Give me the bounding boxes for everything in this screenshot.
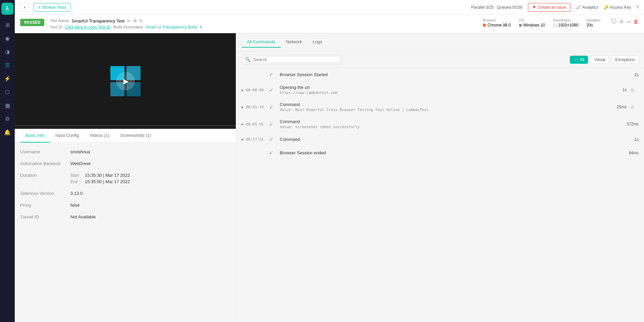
share-action-icon[interactable]: ⤨	[619, 18, 624, 25]
issue-icon: ⚑	[532, 5, 536, 10]
cmd-name-0: Browser Session Started	[280, 72, 614, 77]
cmd-name-4: Command	[280, 137, 614, 142]
two-panel: Basic Info Input Config Videos (1) Scree…	[15, 33, 644, 322]
topbar: ‹ ≡ Browse Tests Parallel 0/25 Queued 0/…	[15, 0, 644, 15]
refresh-icon[interactable]: ↻	[139, 18, 143, 23]
sidebar-icon-realdevice[interactable]: ▦	[1, 99, 13, 111]
cmd-name-5: Browser Session ended	[280, 150, 614, 155]
test-info: Test Name SmartUI Transparency Test ✏ ⧉ …	[50, 18, 477, 30]
search-input[interactable]	[253, 57, 338, 62]
cmd-name-3: Command Value: screenshot taken successf…	[280, 119, 614, 129]
cmd-duration-3: 372ms	[619, 122, 639, 126]
search-box[interactable]: 🔍	[241, 55, 342, 64]
browse-tests-label: Browse Tests	[42, 5, 66, 10]
cmd-expand-icon-2[interactable]: ⊞	[631, 105, 639, 110]
test-meta: Browser Chrome 98.0 OS ⊞ Windows 10 Reso…	[483, 18, 600, 28]
browse-tests-button[interactable]: ≡ Browse Tests	[34, 3, 70, 12]
duration-details: Start 15:35:30 | Mar 17 2022 End 15:35:5…	[70, 173, 130, 184]
topbar-right: Parallel 0/25 Queued 0/150 ⚑ Create an i…	[471, 3, 639, 12]
parallel-label: Parallel	[471, 5, 485, 10]
share2-action-icon[interactable]: ⤻	[626, 18, 631, 25]
tab-screenshots[interactable]: Screenshots (1)	[115, 129, 156, 143]
commands-list: ✓ Browser Session Started 2s ▶ 00:00:00 …	[236, 68, 644, 322]
sidebar-icon-analytics[interactable]: ◑	[1, 46, 13, 58]
logo[interactable]: λ	[1, 3, 13, 15]
cmd-title-5: Browser Session ended	[280, 150, 614, 155]
browser-label: Browser	[483, 18, 511, 22]
cmd-duration-1: 1s	[606, 88, 627, 92]
refresh-icon-2[interactable]: ↻	[200, 25, 203, 30]
start-label: Start	[70, 173, 82, 178]
sidebar: λ ⊞ ◉ ◑ ☰ ⚡ ⬡ ▦ ⚙ 🔔	[0, 0, 15, 322]
sidebar-icon-integration[interactable]: ⬡	[1, 86, 13, 98]
cmd-title-2: Command	[280, 102, 602, 107]
command-row: ▶ 00:01:79 ✓ Command Value: Most Powerfu…	[236, 99, 644, 116]
filter-exceptions-button[interactable]: Exceptions	[611, 56, 639, 64]
cmd-title-3: Command	[280, 119, 614, 124]
cmd-duration-5: 84ms	[619, 151, 639, 155]
cmd-title-0: Browser Session Started	[280, 72, 614, 77]
filter-all-button[interactable]: All	[570, 56, 588, 64]
duration-label: Duration	[586, 18, 600, 22]
visual-label: Visual	[594, 57, 605, 62]
cmd-expand-icon-1[interactable]: ⊞	[631, 88, 639, 93]
tab-input-config[interactable]: Input Config	[50, 129, 84, 143]
end-value: 15:35:50 | Mar 17 2022	[85, 179, 130, 184]
tab-all-commands[interactable]: All Commands	[241, 37, 281, 48]
duration-row: Duration Start 15:35:30 | Mar 17 2022 En…	[20, 173, 230, 184]
selenium-value: 3.13.0	[70, 191, 83, 196]
build-label: Build Associated	[113, 25, 143, 30]
all-label: All	[580, 57, 584, 62]
windows-icon: ⊞	[519, 23, 522, 28]
cmd-subtitle-3: Value: screenshot taken successfully	[280, 125, 614, 129]
delete-action-icon[interactable]: 🗑	[633, 19, 639, 25]
back-button[interactable]: ‹	[20, 3, 30, 12]
info-action-icon[interactable]: ⓘ	[611, 18, 616, 25]
cmd-title-4: Command	[280, 137, 614, 142]
duration-meta: Duration 20s	[586, 18, 600, 28]
sidebar-icon-automation[interactable]: ☰	[1, 59, 13, 71]
sidebar-icon-settings[interactable]: ⚙	[1, 113, 13, 125]
test-name-label: Test Name	[50, 18, 69, 23]
sidebar-icon-alerts[interactable]: 🔔	[1, 126, 13, 138]
tab-videos[interactable]: Videos (1)	[84, 129, 115, 143]
test-header: PASSED Test Name SmartUI Transparency Te…	[15, 15, 644, 33]
test-id-row: Test ID Click here to copy Test ID Build…	[50, 25, 477, 30]
command-row: ✓ Browser Session Started 2s	[236, 68, 644, 82]
play-button[interactable]	[116, 72, 135, 91]
duration-key: Duration	[20, 173, 70, 184]
copy-test-id-button[interactable]: Click here to copy Test ID	[65, 25, 111, 30]
queued-label: Queued	[497, 5, 511, 10]
filter-visual-button[interactable]: Visual	[591, 56, 609, 64]
exceptions-label: Exceptions	[615, 57, 635, 62]
os-text: Windows 10	[523, 23, 545, 28]
resolution-meta: Resolution ⬚ 1920×1080	[553, 18, 578, 28]
back-icon: ‹	[24, 5, 25, 10]
help-button[interactable]: ?	[636, 5, 639, 10]
access-key-button[interactable]: 🔑 Access Key	[604, 5, 631, 10]
create-issue-label: Create an issue	[538, 5, 566, 10]
parallel-info: Parallel 0/25 Queued 0/150	[471, 5, 523, 10]
sidebar-icon-tests[interactable]: ◉	[1, 32, 13, 44]
copy-icon[interactable]: ⧉	[133, 18, 137, 23]
tab-basic-info[interactable]: Basic Info	[20, 129, 50, 143]
commands-search-row: 🔍 All Visual Exceptions	[236, 51, 644, 68]
analytics-button[interactable]: 📈 Analytics	[576, 5, 598, 10]
browser-text: Chrome 98.0	[487, 23, 511, 28]
build-link[interactable]: Smart UI Transparency Build	[146, 25, 197, 30]
create-issue-button[interactable]: ⚑ Create an issue	[528, 3, 571, 12]
access-key-label: Access Key	[610, 5, 631, 10]
edit-icon[interactable]: ✏	[127, 18, 131, 23]
sidebar-icon-home[interactable]: ⊞	[1, 19, 13, 31]
resolution-label: Resolution	[553, 18, 578, 22]
username-label: Username	[20, 149, 70, 154]
list-icon: ≡	[38, 5, 40, 10]
tab-network[interactable]: Network	[281, 37, 308, 48]
cmd-status-5: ✓	[269, 150, 276, 156]
queued-value: 0/150	[513, 5, 523, 10]
cmd-status-2: ✓	[269, 104, 276, 110]
sidebar-icon-smartui[interactable]: ⚡	[1, 72, 13, 85]
cmd-time-3: ▶ 00:05:91	[241, 122, 265, 126]
search-icon: 🔍	[245, 57, 251, 62]
tab-logs[interactable]: Logs	[307, 37, 327, 48]
